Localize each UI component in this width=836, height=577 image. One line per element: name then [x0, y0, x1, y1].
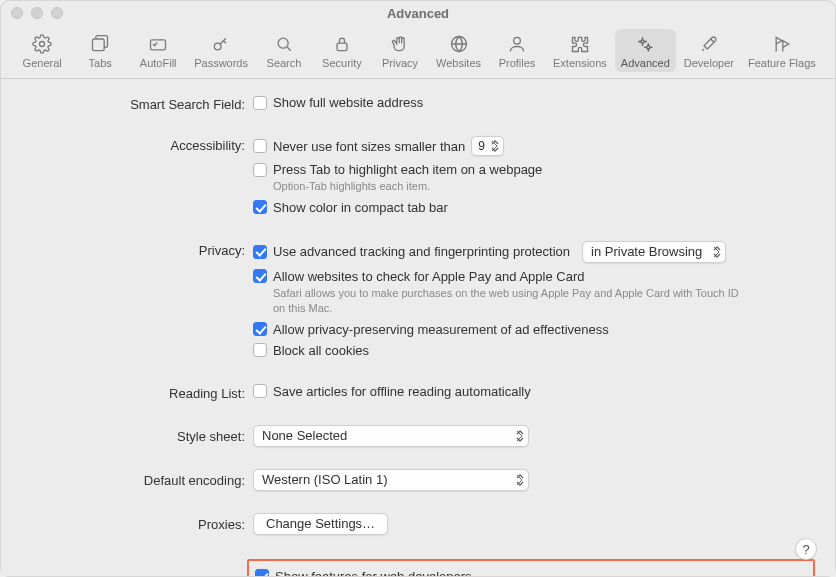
gear-icon: [31, 33, 53, 55]
svg-point-8: [641, 40, 644, 43]
proxies-label: Proxies:: [21, 513, 253, 532]
show-color-tab-label: Show color in compact tab bar: [273, 200, 448, 215]
close-button[interactable]: [11, 7, 23, 19]
toolbar-label: AutoFill: [140, 57, 177, 69]
tab-passwords[interactable]: Passwords: [188, 29, 254, 72]
svg-point-9: [647, 46, 650, 49]
tab-profiles[interactable]: Profiles: [489, 29, 545, 72]
help-label: ?: [802, 542, 809, 557]
svg-point-3: [214, 43, 221, 50]
toolbar-label: Security: [322, 57, 362, 69]
tracking-scope-select[interactable]: in Private Browsing: [582, 241, 726, 263]
window-title: Advanced: [387, 6, 449, 21]
tab-general[interactable]: General: [14, 29, 70, 72]
save-offline-label: Save articles for offline reading automa…: [273, 384, 531, 399]
advanced-pane: Smart Search Field: Show full website ad…: [1, 79, 835, 576]
svg-point-4: [278, 38, 288, 48]
tabs-icon: [89, 33, 111, 55]
gears-icon: [634, 33, 656, 55]
tab-autofill[interactable]: AutoFill: [130, 29, 186, 72]
save-offline-checkbox[interactable]: [253, 384, 267, 398]
toolbar-label: Advanced: [621, 57, 670, 69]
min-font-size-select[interactable]: 9: [471, 136, 504, 156]
toolbar-label: Search: [267, 57, 302, 69]
toolbar-label: Extensions: [553, 57, 607, 69]
person-icon: [506, 33, 528, 55]
style-sheet-select[interactable]: None Selected: [253, 425, 529, 447]
toolbar-label: Tabs: [89, 57, 112, 69]
tab-search[interactable]: Search: [256, 29, 312, 72]
default-encoding-select[interactable]: Western (ISO Latin 1): [253, 469, 529, 491]
titlebar: Advanced: [1, 1, 835, 25]
preferences-toolbar: General Tabs AutoFill Passwords Search: [1, 25, 835, 79]
min-font-size-label: Never use font sizes smaller than: [273, 139, 465, 154]
toolbar-label: Privacy: [382, 57, 418, 69]
option-tab-hint: Option-Tab highlights each item.: [273, 179, 753, 194]
tracking-protection-label: Use advanced tracking and fingerprinting…: [273, 244, 570, 259]
key-icon: [210, 33, 232, 55]
ad-measurement-label: Allow privacy-preserving measurement of …: [273, 322, 609, 337]
tab-advanced[interactable]: Advanced: [615, 29, 676, 72]
tab-security[interactable]: Security: [314, 29, 370, 72]
press-tab-label: Press Tab to highlight each item on a we…: [273, 162, 542, 177]
search-icon: [273, 33, 295, 55]
apple-pay-hint: Safari allows you to make purchases on t…: [273, 286, 753, 316]
toolbar-label: General: [23, 57, 62, 69]
tab-privacy[interactable]: Privacy: [372, 29, 428, 72]
style-sheet-label: Style sheet:: [21, 425, 253, 444]
minimize-button[interactable]: [31, 7, 43, 19]
help-button[interactable]: ?: [795, 538, 817, 560]
developer-highlight: Show features for web developers: [247, 559, 815, 576]
svg-point-7: [514, 37, 521, 44]
tools-icon: [698, 33, 720, 55]
flags-icon: [771, 33, 793, 55]
apple-pay-label: Allow websites to check for Apple Pay an…: [273, 269, 584, 284]
show-dev-features-label: Show features for web developers: [275, 569, 472, 576]
toolbar-label: Passwords: [194, 57, 248, 69]
toolbar-label: Profiles: [499, 57, 536, 69]
block-cookies-checkbox[interactable]: [253, 343, 267, 357]
tab-developer[interactable]: Developer: [678, 29, 740, 72]
puzzle-icon: [569, 33, 591, 55]
svg-point-0: [40, 42, 45, 47]
show-color-tab-checkbox[interactable]: [253, 200, 267, 214]
show-full-address-checkbox[interactable]: [253, 96, 267, 110]
globe-icon: [448, 33, 470, 55]
min-font-size-checkbox[interactable]: [253, 139, 267, 153]
hand-icon: [389, 33, 411, 55]
svg-rect-1: [93, 39, 105, 51]
pencil-icon: [147, 33, 169, 55]
svg-rect-2: [151, 40, 166, 50]
tab-extensions[interactable]: Extensions: [547, 29, 613, 72]
toolbar-label: Websites: [436, 57, 481, 69]
toolbar-label: Developer: [684, 57, 734, 69]
tab-tabs[interactable]: Tabs: [72, 29, 128, 72]
show-dev-features-checkbox[interactable]: [255, 569, 269, 576]
tab-feature-flags[interactable]: Feature Flags: [742, 29, 822, 72]
ad-measurement-checkbox[interactable]: [253, 322, 267, 336]
privacy-label: Privacy:: [21, 241, 253, 258]
press-tab-checkbox[interactable]: [253, 163, 267, 177]
reading-list-label: Reading List:: [21, 384, 253, 401]
smart-search-label: Smart Search Field:: [21, 95, 253, 112]
default-encoding-label: Default encoding:: [21, 469, 253, 488]
show-full-address-label: Show full website address: [273, 95, 423, 110]
tracking-protection-checkbox[interactable]: [253, 245, 267, 259]
lock-icon: [331, 33, 353, 55]
svg-rect-5: [337, 43, 347, 50]
change-settings-button[interactable]: Change Settings…: [253, 513, 388, 535]
tab-websites[interactable]: Websites: [430, 29, 487, 72]
preferences-window: Advanced General Tabs AutoFill Passwords: [0, 0, 836, 577]
accessibility-label: Accessibility:: [21, 136, 253, 153]
zoom-button[interactable]: [51, 7, 63, 19]
window-controls[interactable]: [11, 7, 63, 19]
apple-pay-checkbox[interactable]: [253, 269, 267, 283]
toolbar-label: Feature Flags: [748, 57, 816, 69]
block-cookies-label: Block all cookies: [273, 343, 369, 358]
